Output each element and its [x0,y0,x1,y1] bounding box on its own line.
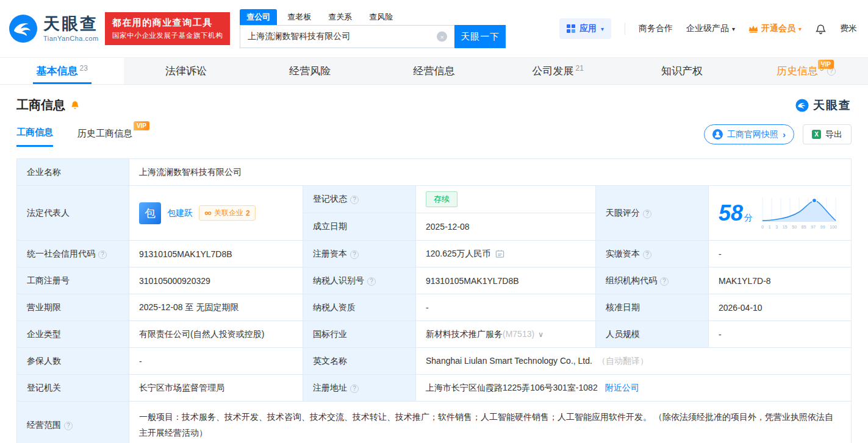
help-icon[interactable]: ? [643,210,651,218]
business-scope-value: 一般项目：技术服务、技术开发、技术咨询、技术交流、技术转让、技术推广；软件销售；… [139,409,841,441]
tab-operation-info[interactable]: 经营信息 [372,58,496,84]
link-icon [204,210,212,217]
vip-badge: VIP [134,121,149,130]
subtab-history-business-info[interactable]: 历史工商信息 VIP [77,128,132,146]
user-name[interactable]: 费米 [840,23,857,34]
address-cell: 上海市长宁区仙霞路1225弄106号301室-1082附近公司 [416,375,852,402]
field-label: 成立日期 [313,221,347,231]
staff-size-label-cell: 人员规模 [596,321,709,348]
english-name-cell: Shanghai Liulan Smart Technology Co., Lt… [416,348,852,375]
field-label: 实缴资本 [606,249,640,258]
crown-icon [748,24,758,34]
registry-label-cell: 登记机关 [17,375,129,402]
english-name-value: Shanghai Liulan Smart Technology Co., Lt… [426,356,592,366]
score-value: 58 [719,200,743,225]
axis-tick: 1 [769,225,771,229]
axis-tick: 3 [775,225,778,229]
menu-vip-membership[interactable]: 开通会员 ▾ [748,23,802,34]
chevron-down-icon[interactable]: ∨ [538,330,543,339]
tab-count: 23 [79,64,87,73]
notification-bell-icon[interactable] [815,23,827,35]
business-term-value: 2025-12-08 至 无固定期限 [129,294,303,321]
company-name-value: 上海流澜数智科技有限公司 [129,159,852,186]
clear-search-icon[interactable]: × [437,32,447,42]
search-tab-risk[interactable]: 查风险 [362,9,400,25]
snapshot-label: 工商官网快照 [727,129,778,140]
address-label-cell: 注册地址? [303,375,416,402]
tab-label: 公司发展 [533,64,574,78]
help-icon[interactable]: ? [367,277,376,286]
tab-label: 经营风险 [289,64,331,78]
help-icon[interactable]: ? [350,385,359,393]
english-name-label-cell: 英文名称 [303,348,416,375]
promo-line2: 国家中小企业发展子基金旗下机构 [112,31,223,40]
taxpayer-qualification-value: - [416,294,596,321]
tab-label: 基本信息 [36,64,77,78]
search-tab-relation[interactable]: 查关系 [321,9,359,25]
subtab-business-info[interactable]: 工商信息 [16,127,53,147]
help-icon[interactable]: ? [98,250,107,259]
tianyancha-logo[interactable]: 天眼查 TianYanCha.com [9,14,99,43]
export-button[interactable]: X 导出 [803,124,852,144]
legal-rep-name-link[interactable]: 包建跃 [167,208,193,219]
promo-line1: 都在用的商业查询工具 [112,17,223,29]
tab-label: 经营信息 [413,64,454,78]
help-icon[interactable]: ? [643,250,651,259]
search-tab-boss[interactable]: 查老板 [281,9,318,25]
tianyancha-eye-icon [9,14,38,43]
tab-history-info[interactable]: VIP 历史信息 5 ? [744,58,868,84]
arrow-right-icon: › [783,129,786,140]
legal-rep-avatar[interactable]: 包 [139,202,161,224]
search-input[interactable] [240,25,454,48]
help-icon[interactable]: ? [64,422,73,430]
menu-vip-label: 开通会员 [761,23,795,34]
search-tab-company[interactable]: 查公司 [240,9,277,25]
insured-count-label-cell: 参保人数 [17,348,129,375]
menu-enterprise-label: 企业级产品 [686,23,729,34]
help-icon[interactable]: ? [660,277,669,286]
tab-basic-info[interactable]: 基本信息 23 [0,58,124,84]
paid-capital-label-cell: 实缴资本? [596,241,709,268]
field-label: 参保人数 [27,356,61,366]
main-content: 工商信息 天眼查 工商信息 历史工商信息 VIP [0,97,868,443]
reg-capital-label-cell: 注册资本? [303,241,416,268]
field-label: 登记机关 [27,383,61,392]
business-scope-cell: 一般项目：技术服务、技术开发、技术咨询、技术交流、技术转让、技术推广；软件销售；… [129,402,852,443]
axis-tick: 85 [802,225,806,229]
capital-change-icon[interactable] [495,249,504,258]
score-axis: 0 1 3 15 50 85 97 99 100 [761,225,837,229]
industry-label-cell: 国标行业 [303,321,416,348]
menu-enterprise-products[interactable]: 企业级产品 ▾ [686,23,735,34]
menu-business-cooperation[interactable]: 商务合作 [639,23,673,34]
top-header: 天眼查 TianYanCha.com 都在用的商业查询工具 国家中小企业发展子基… [0,0,868,57]
tianyan-score-cell[interactable]: 58分 [709,186,852,241]
insured-count-value: - [129,348,303,375]
credit-code-label-cell: 统一社会信用代码? [17,241,129,268]
related-companies-badge[interactable]: 关联企业 2 [199,205,256,221]
subscribe-bell-icon[interactable] [70,101,80,110]
search-button[interactable]: 天眼一下 [454,25,506,48]
axis-tick: 99 [820,225,825,229]
section-title: 工商信息 [16,97,65,113]
industry-code: (M7513) [503,329,534,339]
apps-menu[interactable]: 应用 ▾ [559,18,611,39]
tab-company-development[interactable]: 公司发展 21 [496,58,620,84]
logo-text: 天眼查 [43,15,99,34]
official-snapshot-button[interactable]: 工商官网快照 › [704,124,794,144]
header-menu: 应用 ▾ 商务合作 企业级产品 ▾ 开通会员 ▾ 费米 [559,18,857,39]
menu-business-label: 商务合作 [639,23,673,34]
legal-rep-cell: 包 包建跃 关联企业 2 [129,186,303,241]
section-header: 工商信息 天眼查 [16,97,852,113]
tab-legal-proceedings[interactable]: 法律诉讼 [124,58,248,84]
nearby-companies-link[interactable]: 附近公司 [605,383,639,392]
staff-size-value: - [709,321,852,348]
user-name-label: 费米 [840,23,857,34]
close-icon: × [440,33,444,40]
help-icon[interactable]: ? [350,250,359,259]
help-icon[interactable]: ? [350,196,359,204]
score-curve-chart: 0 1 3 15 50 85 97 99 100 [761,197,837,229]
axis-tick: 15 [783,225,787,229]
tab-operational-risk[interactable]: 经营风险 [248,58,372,84]
tab-intellectual-property[interactable]: 知识产权 [620,58,744,84]
export-label: 导出 [825,129,842,140]
